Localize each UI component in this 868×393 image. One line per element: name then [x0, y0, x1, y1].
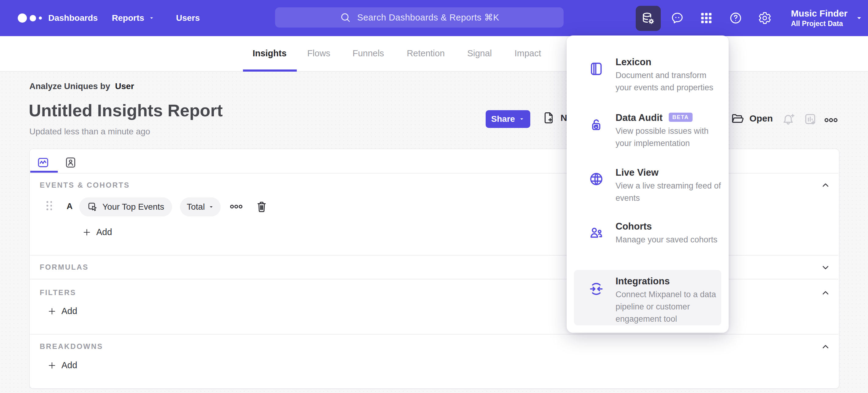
globe-icon: [588, 171, 604, 187]
tab-signal[interactable]: Signal: [467, 36, 492, 71]
project-text: Music Finder All Project Data: [791, 8, 847, 28]
menu-item-live-view[interactable]: Live View View a live streaming feed of …: [567, 146, 728, 201]
event-name: Your Top Events: [102, 202, 164, 212]
plus-icon: [48, 361, 57, 370]
filters-collapse-button[interactable]: [820, 288, 831, 298]
project-switcher[interactable]: Music Finder All Project Data: [791, 0, 863, 36]
global-search-input[interactable]: Search Dashboards & Reports ⌘K: [275, 7, 564, 28]
delete-event-button[interactable]: [255, 200, 268, 214]
help-icon: [728, 11, 743, 25]
menu-item-cohorts[interactable]: Cohorts Manage your saved cohorts: [567, 200, 728, 255]
tab-impact[interactable]: Impact: [515, 36, 541, 71]
chevron-up-icon: [820, 180, 831, 190]
new-report-button[interactable]: N: [541, 111, 567, 125]
audit-lock-icon: [588, 117, 604, 133]
folder-open-icon: [731, 111, 745, 125]
formulas-section-header: FORMULAS: [40, 263, 89, 272]
nav-users-label: Users: [176, 13, 200, 23]
menu-item-integrations[interactable]: Integrations Connect Mixpanel to a data …: [567, 255, 728, 325]
drag-handle[interactable]: [46, 201, 52, 210]
project-scope: All Project Data: [791, 19, 847, 28]
tab-label: Signal: [467, 48, 492, 58]
tab-label: Funnels: [352, 48, 384, 58]
file-plus-icon: [541, 111, 556, 125]
data-management-button[interactable]: [636, 6, 661, 31]
alert-bell-button[interactable]: [781, 112, 795, 126]
search-icon: [340, 11, 351, 23]
report-tabbar: Insights Flows Funnels Retention Signal …: [0, 36, 868, 72]
user-profile-icon: [64, 156, 77, 169]
report-content: Analyze Uniques by User Untitled Insight…: [0, 71, 868, 393]
profiles-view-tab[interactable]: [64, 156, 77, 169]
event-selector[interactable]: Your Top Events: [79, 197, 172, 216]
bell-plus-icon: [781, 112, 795, 126]
divider: [30, 334, 838, 335]
project-name: Music Finder: [791, 8, 847, 19]
menu-item-description: View possible issues with your implement…: [616, 125, 724, 149]
events-view-tab[interactable]: [36, 156, 50, 169]
feedback-bubble-icon: [670, 11, 684, 25]
mixpanel-insights-screen: Dashboards Reports Users Search Dashboar…: [0, 0, 868, 393]
nav-users[interactable]: Users: [176, 0, 200, 36]
open-report-label: Open: [749, 113, 773, 124]
trash-icon: [255, 200, 268, 214]
plus-icon: [48, 307, 57, 316]
lexicon-book-icon: [588, 61, 604, 77]
series-label: A: [67, 202, 73, 211]
tab-retention[interactable]: Retention: [407, 36, 445, 71]
add-event-button[interactable]: Add: [82, 227, 112, 237]
menu-item-title: Live View: [616, 167, 659, 178]
menu-item-description: Document and transform your events and p…: [616, 69, 724, 94]
settings-button[interactable]: [758, 11, 772, 25]
nav-reports[interactable]: Reports: [112, 0, 155, 36]
logo-dot: [30, 15, 36, 22]
caret-down-icon: [149, 15, 155, 21]
chart-plus-icon: [803, 112, 817, 126]
updated-timestamp: Updated less than a minute ago: [29, 127, 150, 137]
menu-item-lexicon[interactable]: Lexicon Document and transform your even…: [567, 35, 728, 91]
caret-down-icon: [209, 204, 214, 210]
active-view-indicator: [30, 171, 58, 173]
mixpanel-logo[interactable]: [18, 0, 42, 36]
analyze-entity-selector[interactable]: User: [115, 81, 134, 91]
menu-item-title: Lexicon: [616, 56, 651, 68]
active-tab-indicator: [243, 69, 297, 72]
breakdowns-collapse-button[interactable]: [820, 342, 831, 352]
nav-dashboards[interactable]: Dashboards: [48, 0, 98, 36]
event-row-more-button[interactable]: [230, 204, 242, 209]
add-event-label: Add: [96, 227, 112, 237]
open-report-button[interactable]: Open: [731, 111, 773, 125]
add-breakdown-button[interactable]: Add: [48, 360, 77, 370]
analyze-row: Analyze Uniques by User: [29, 81, 134, 91]
apps-grid-icon: [699, 11, 713, 25]
tab-label: Flows: [307, 48, 331, 58]
add-to-board-button[interactable]: [803, 112, 817, 126]
feedback-button[interactable]: [670, 11, 684, 25]
menu-item-description: Connect Mixpanel to a data pipeline or c…: [616, 288, 724, 325]
events-section-header: EVENTS & COHORTS: [40, 181, 130, 190]
caret-down-icon: [856, 15, 863, 22]
aggregation-value: Total: [187, 202, 205, 212]
aggregation-selector[interactable]: Total: [180, 197, 221, 216]
menu-item-title-text: Lexicon: [616, 56, 651, 68]
share-button[interactable]: Share: [486, 110, 530, 128]
caret-down-icon: [519, 116, 525, 122]
add-breakdown-label: Add: [61, 360, 77, 370]
tab-funnels[interactable]: Funnels: [352, 36, 384, 71]
add-filter-label: Add: [61, 306, 77, 316]
formulas-expand-button[interactable]: [820, 262, 831, 273]
apps-grid-button[interactable]: [699, 11, 713, 25]
more-options-button[interactable]: [825, 117, 837, 123]
events-collapse-button[interactable]: [820, 180, 831, 190]
help-button[interactable]: [728, 11, 743, 25]
menu-item-data-audit[interactable]: Data Audit BETA View possible issues wit…: [567, 91, 728, 146]
report-title[interactable]: Untitled Insights Report: [29, 101, 223, 120]
gear-icon: [758, 11, 772, 25]
tab-flows[interactable]: Flows: [307, 36, 331, 71]
tab-insights[interactable]: Insights: [252, 36, 286, 71]
new-report-label: N: [561, 113, 567, 123]
menu-item-title-text: Integrations: [616, 276, 670, 287]
chevron-up-icon: [820, 288, 831, 298]
add-filter-button[interactable]: Add: [48, 306, 77, 316]
integrations-sync-icon: [588, 281, 604, 297]
